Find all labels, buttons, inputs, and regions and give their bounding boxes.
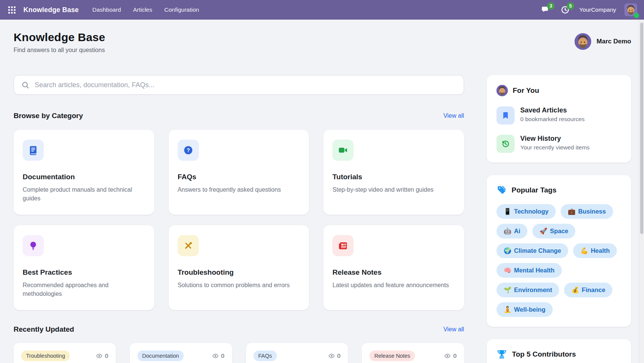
tag-environment[interactable]: 🌱Environment — [496, 283, 559, 297]
tag-icon — [496, 185, 507, 195]
saved-articles-item[interactable]: Saved Articles 0 bookmarked resources — [496, 106, 621, 125]
app-title[interactable]: Knowledge Base — [23, 6, 79, 14]
tag-health[interactable]: 💪Health — [573, 243, 617, 258]
nav-dashboard[interactable]: Dashboard — [88, 4, 126, 16]
category-card-documentation[interactable]: Documentation Complete product manuals a… — [14, 130, 154, 215]
tag-climate-change[interactable]: 🌍Climate Change — [496, 243, 568, 258]
category-grid: Documentation Complete product manuals a… — [14, 130, 464, 310]
nav-articles[interactable]: Articles — [129, 4, 157, 16]
category-badge: Release Notes — [369, 351, 415, 361]
svg-text:?: ? — [186, 147, 190, 153]
tag-space[interactable]: 🚀Space — [532, 224, 575, 238]
tag-ai[interactable]: 🤖Ai — [496, 224, 527, 238]
recent-card-odoo-api[interactable]: Documentation 0 📚Odoo API — [130, 343, 232, 363]
page-subtitle: Find answers to all your questions — [14, 47, 105, 54]
book-icon — [23, 140, 44, 161]
tag-technology[interactable]: 📱Technology — [496, 204, 556, 219]
recent-card-database[interactable]: Troubleshooting 0 🛠️Database — [14, 343, 116, 363]
page-header: Knowledge Base Find answers to all your … — [14, 20, 631, 54]
recent-card-faqs-odoo-setup[interactable]: FAQs 0 ❓FAQs: Odoo Setup & — [246, 343, 348, 363]
page-title: Knowledge Base — [14, 31, 105, 44]
tag-finance[interactable]: 💰Finance — [564, 283, 612, 297]
view-count: 0 — [221, 352, 224, 359]
top-navigation: Dashboard Articles Configuration — [88, 4, 204, 16]
for-you-title: For You — [513, 86, 539, 95]
category-badge: Documentation — [137, 351, 184, 361]
video-camera-icon — [332, 140, 354, 161]
browse-section-title: Browse by Category — [14, 112, 83, 120]
search-icon — [22, 81, 29, 89]
popular-tags-title: Popular Tags — [512, 186, 556, 194]
right-sidebar: For You Saved Articles 0 bookmarked reso… — [487, 75, 631, 363]
browse-view-all-link[interactable]: View all — [443, 112, 464, 119]
tools-icon — [178, 235, 199, 256]
eye-icon — [212, 352, 219, 359]
tags-list: 📱Technology 💼Business 🤖Ai 🚀Space 🌍Climat… — [496, 204, 621, 317]
user-mini-avatar — [496, 85, 508, 96]
tag-well-being[interactable]: 🧘Well-being — [496, 302, 553, 317]
recent-view-all-link[interactable]: View all — [443, 326, 464, 333]
top-contributors-title: Top 5 Contributors — [512, 350, 576, 358]
company-switcher[interactable]: YourCompany — [579, 6, 616, 13]
current-user-chip[interactable]: Marc Demo — [575, 33, 631, 50]
tag-business[interactable]: 💼Business — [561, 204, 613, 219]
bookmark-icon — [496, 106, 515, 125]
newspaper-icon — [332, 235, 354, 256]
view-history-item[interactable]: View History Your recently viewed items — [496, 135, 621, 153]
search-input[interactable] — [35, 81, 456, 89]
eye-icon — [96, 352, 103, 359]
top-contributors-panel: Top 5 Contributors — [487, 339, 631, 363]
category-card-best-practices[interactable]: Best Practices Recommended approaches an… — [14, 225, 154, 310]
online-status-dot — [634, 13, 639, 18]
trophy-icon — [496, 349, 507, 360]
activities-count-badge: 5 — [567, 2, 574, 10]
tag-mental-health[interactable]: 🧠Mental Health — [496, 263, 562, 278]
eye-icon — [444, 352, 451, 359]
eye-icon — [328, 352, 335, 359]
search-bar[interactable] — [14, 75, 464, 95]
nav-configuration[interactable]: Configuration — [160, 4, 204, 16]
recent-card-artificial-intelligence[interactable]: Release Notes 0 🌐Artificial Intelligence… — [362, 343, 464, 363]
category-card-faqs[interactable]: ? FAQs Answers to frequently asked quest… — [169, 130, 309, 215]
apps-grid-icon[interactable] — [6, 4, 17, 15]
user-name: Marc Demo — [596, 38, 631, 45]
question-circle-icon: ? — [178, 140, 199, 161]
scrollbar-thumb[interactable] — [640, 23, 643, 234]
category-badge: Troubleshooting — [21, 351, 70, 361]
lightbulb-icon — [23, 235, 44, 256]
view-count: 0 — [337, 352, 341, 359]
messages-icon[interactable]: 3 — [540, 5, 551, 15]
view-count: 0 — [105, 352, 108, 359]
history-icon — [496, 135, 515, 153]
view-count: 0 — [453, 352, 456, 359]
recent-section-title: Recently Updated — [14, 325, 74, 334]
for-you-panel: For You Saved Articles 0 bookmarked reso… — [487, 75, 631, 163]
category-card-tutorials[interactable]: Tutorials Step-by-step video and written… — [323, 130, 464, 215]
page-scrollbar[interactable] — [639, 20, 644, 363]
user-avatar — [575, 33, 591, 50]
messages-count-badge: 3 — [547, 2, 555, 10]
category-card-release-notes[interactable]: Release Notes Latest updates and feature… — [323, 225, 464, 310]
category-badge: FAQs — [254, 351, 277, 361]
popular-tags-panel: Popular Tags 📱Technology 💼Business 🤖Ai 🚀… — [487, 175, 631, 327]
topbar: Knowledge Base Dashboard Articles Config… — [0, 0, 644, 20]
category-card-troubleshooting[interactable]: Troubleshooting Solutions to common prob… — [169, 225, 309, 310]
recent-grid: Troubleshooting 0 🛠️Database Documentati… — [14, 343, 464, 363]
user-menu-avatar[interactable] — [624, 3, 637, 16]
activities-clock-icon[interactable]: 5 — [559, 5, 571, 15]
